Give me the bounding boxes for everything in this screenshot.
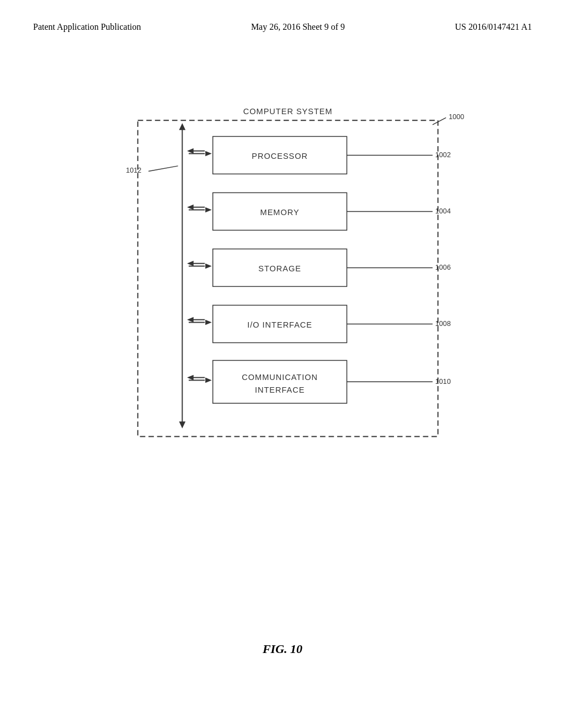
svg-marker-28 — [205, 264, 212, 269]
header-right: US 2016/0147421 A1 — [455, 22, 532, 32]
svg-text:1012: 1012 — [126, 167, 141, 174]
svg-marker-20 — [205, 207, 212, 213]
svg-text:1006: 1006 — [435, 264, 451, 271]
svg-text:INTERFACE: INTERFACE — [255, 386, 305, 394]
svg-line-7 — [148, 166, 178, 172]
svg-text:I/O INTERFACE: I/O INTERFACE — [247, 320, 312, 329]
svg-text:1004: 1004 — [435, 207, 451, 215]
svg-marker-5 — [179, 123, 186, 130]
diagram-wrapper: COMPUTER SYSTEM 1000 1012 PROCESSOR — [89, 88, 476, 463]
svg-line-2 — [433, 117, 446, 125]
svg-text:STORAGE: STORAGE — [258, 264, 301, 273]
svg-marker-6 — [179, 421, 186, 429]
svg-text:COMPUTER SYSTEM: COMPUTER SYSTEM — [243, 107, 333, 116]
diagram-svg: COMPUTER SYSTEM 1000 1012 PROCESSOR — [89, 88, 476, 463]
diagram-area: COMPUTER SYSTEM 1000 1012 PROCESSOR — [0, 88, 565, 463]
svg-text:1008: 1008 — [435, 320, 451, 328]
svg-marker-12 — [205, 151, 212, 157]
svg-text:COMMUNICATION: COMMUNICATION — [242, 373, 318, 382]
figure-caption: FIG. 10 — [0, 642, 565, 656]
svg-text:1000: 1000 — [449, 113, 464, 121]
svg-text:1002: 1002 — [435, 151, 451, 159]
svg-text:PROCESSOR: PROCESSOR — [252, 152, 308, 160]
svg-marker-36 — [205, 320, 212, 325]
svg-text:MEMORY: MEMORY — [260, 208, 300, 217]
svg-marker-45 — [205, 378, 212, 383]
header-left: Patent Application Publication — [33, 22, 141, 32]
svg-text:1010: 1010 — [435, 378, 451, 386]
header-center: May 26, 2016 Sheet 9 of 9 — [251, 22, 345, 32]
